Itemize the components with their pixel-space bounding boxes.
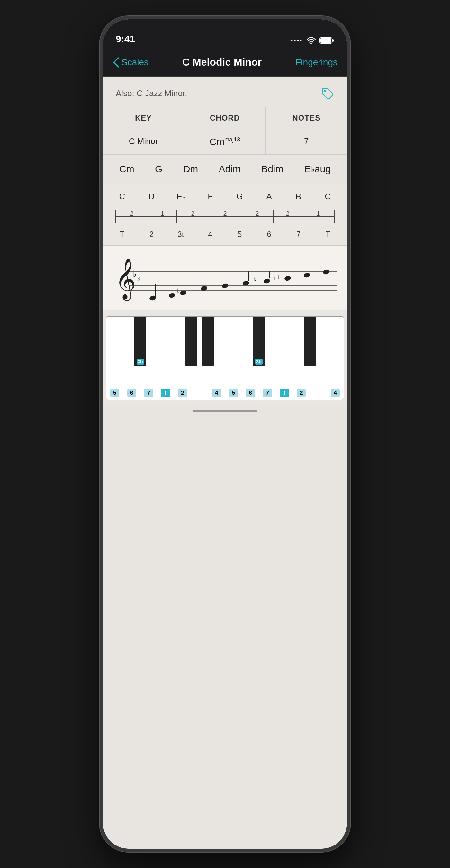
note-c2: C [318,192,338,202]
white-key-c[interactable]: 5 [106,317,123,400]
note-f: F [200,192,220,202]
svg-text:2: 2 [223,210,227,217]
chord-dm[interactable]: Dm [183,164,198,175]
key-label-6: 6 [127,389,136,397]
home-bar [193,410,257,412]
phone-frame: 9:41 •••• [100,16,350,852]
nav-bar: Scales C Melodic Minor Fingerings [103,48,347,76]
black-key-eb2[interactable]: 3b [253,317,264,367]
also-text: Also: C Jazz Minor. [116,88,187,98]
svg-text:1: 1 [160,210,164,217]
chord-adim[interactable]: Adim [219,164,241,175]
note-c: C [112,192,132,202]
key-label-4a: 4 [212,389,221,397]
black-key-ab2[interactable] [304,317,316,367]
svg-text:♭: ♭ [278,274,281,280]
white-key-f[interactable]: T [157,317,174,400]
degree-5: 5 [230,230,250,239]
signal-icon: •••• [291,37,303,44]
cell-notes: 7 [266,129,347,154]
svg-text:2: 2 [255,210,259,217]
svg-text:2: 2 [286,210,289,217]
svg-text:♭: ♭ [177,287,180,294]
note-a: A [259,192,279,202]
svg-text:𝄞: 𝄞 [115,259,136,301]
svg-point-44 [323,269,330,275]
svg-text:1: 1 [316,210,320,217]
key-label-5b: 5 [229,389,238,397]
fingerings-button[interactable]: Fingerings [295,57,338,67]
status-time: 9:41 [116,33,135,44]
degree-t2: T [318,230,338,239]
chord-cm[interactable]: Cm [119,164,134,175]
black-key-bb1[interactable] [202,317,214,367]
degree-6: 6 [259,230,279,239]
black-key-label-3b2: 3b [255,359,262,365]
header-key: KEY [103,107,184,129]
svg-text:♭: ♭ [137,273,141,283]
key-label-5: 5 [110,389,119,397]
white-key-b2[interactable]: 4 [327,317,344,400]
svg-text:♮: ♮ [254,277,256,283]
chord-ebaug[interactable]: E♭aug [304,164,331,175]
chords-row: Cm G Dm Adim Bdim E♭aug [103,155,347,184]
key-label-4b: 4 [331,389,340,397]
svg-rect-3 [332,39,334,42]
home-indicator [103,403,347,422]
also-section: Also: C Jazz Minor. [103,76,347,107]
cell-chord[interactable]: Cmmaj13 [184,129,265,154]
chord-bdim[interactable]: Bdim [261,164,283,175]
status-icons: •••• [291,37,334,44]
black-key-label-3b1: 3b [137,359,144,365]
header-chord: CHORD [184,107,265,129]
note-eb: E♭ [171,192,191,202]
black-key-ab1[interactable] [186,317,197,367]
svg-text:2: 2 [191,210,194,217]
tag-icon[interactable] [320,86,334,100]
staff-section: 𝄞 ♭ ♭ ♭ [103,246,347,310]
svg-point-43 [303,272,311,278]
key-label-T2: T [280,389,289,397]
notch [180,19,270,35]
content: Also: C Jazz Minor. KEY CHORD NOTES C Mi… [103,76,347,422]
header-notes: NOTES [266,107,347,129]
fret-diagram: 2 1 2 2 2 2 1 [109,204,341,229]
note-g: G [230,192,250,202]
chord-g[interactable]: G [155,164,162,175]
svg-text:♮: ♮ [273,275,275,281]
key-label-2a: 2 [178,389,187,397]
key-label-2b: 2 [297,389,306,397]
degree-4: 4 [200,230,220,239]
back-button[interactable]: Scales [112,57,149,68]
piano-section: 5 6 7 T [103,310,347,403]
degree-2: 2 [142,230,161,239]
svg-point-0 [311,43,312,44]
battery-icon [320,37,334,44]
svg-text:♭: ♭ [132,269,137,279]
white-key-c2[interactable]: 5 [225,317,242,400]
table-body: C Minor Cmmaj13 7 [103,129,347,154]
note-d: D [142,192,161,202]
back-label: Scales [122,57,149,67]
svg-point-4 [324,90,326,92]
svg-text:2: 2 [130,210,133,217]
cell-key: C Minor [103,129,184,154]
key-label-7: 7 [144,389,153,397]
phone-inner: 9:41 •••• [103,19,347,849]
nav-title: C Melodic Minor [182,56,262,68]
key-label-7b: 7 [263,389,272,397]
key-label-6b: 6 [246,389,255,397]
svg-point-39 [263,278,271,284]
white-key-f2[interactable]: T [276,317,293,400]
svg-rect-2 [320,38,331,43]
scale-diagram: C D E♭ F G A B C [103,184,347,246]
black-key-eb1[interactable]: 3b [134,317,146,367]
note-b: B [289,192,308,202]
table-header: KEY CHORD NOTES [103,107,347,129]
key-label-T1: T [161,389,170,397]
staff-svg: 𝄞 ♭ ♭ ♭ [109,249,341,310]
degree-t1: T [112,230,132,239]
degree-7: 7 [289,230,308,239]
wifi-icon [307,37,316,44]
degree-3b: 3♭ [171,230,191,239]
